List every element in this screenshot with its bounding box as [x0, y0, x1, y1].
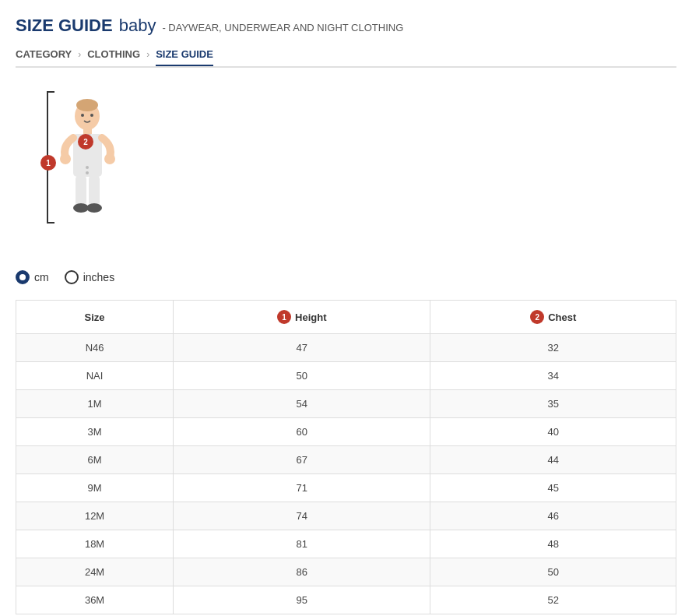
radio-inches[interactable] — [65, 270, 79, 284]
cell-chest: 44 — [430, 446, 676, 474]
cell-height: 86 — [174, 558, 430, 586]
table-row: N464732 — [16, 334, 676, 362]
col-chest-label: Chest — [548, 312, 576, 323]
col-height-label: Height — [295, 312, 326, 323]
col-header-chest: 2 Chest — [430, 301, 676, 334]
table-row: 12M7446 — [16, 502, 676, 530]
breadcrumb-clothing[interactable]: CLOTHING — [87, 48, 140, 60]
cell-height: 60 — [174, 418, 430, 446]
table-row: 18M8148 — [16, 530, 676, 558]
title-category: baby — [119, 16, 156, 36]
table-row: 9M7145 — [16, 474, 676, 502]
page-title-row: SIZE GUIDE baby - DAYWEAR, UNDERWEAR AND… — [16, 16, 676, 36]
cell-height: 81 — [174, 530, 430, 558]
cell-chest: 40 — [430, 418, 676, 446]
cell-chest: 46 — [430, 502, 676, 530]
svg-point-1 — [76, 99, 98, 111]
cell-size: 6M — [16, 446, 174, 474]
unit-cm-option[interactable]: cm — [16, 270, 49, 284]
col-badge-height: 1 — [277, 310, 291, 324]
svg-point-2 — [81, 114, 84, 117]
breadcrumb-sep-1: › — [78, 49, 81, 60]
cell-size: 1M — [16, 390, 174, 418]
cell-chest: 45 — [430, 474, 676, 502]
cell-height: 47 — [174, 334, 430, 362]
unit-inches-option[interactable]: inches — [65, 270, 114, 284]
radio-cm[interactable] — [16, 270, 30, 284]
cell-size: 36M — [16, 586, 174, 614]
figure-section: 1 2 — [16, 91, 676, 247]
cell-height: 50 — [174, 362, 430, 390]
svg-rect-11 — [89, 175, 100, 206]
cell-size: 3M — [16, 418, 174, 446]
cell-height: 71 — [174, 474, 430, 502]
baby-figure: 1 2 — [23, 91, 148, 247]
cell-height: 95 — [174, 586, 430, 614]
svg-point-3 — [90, 114, 93, 117]
cell-height: 67 — [174, 446, 430, 474]
svg-point-6 — [86, 166, 89, 169]
cell-height: 74 — [174, 502, 430, 530]
cell-height: 54 — [174, 390, 430, 418]
svg-point-8 — [60, 153, 71, 164]
cell-chest: 35 — [430, 390, 676, 418]
cell-size: 12M — [16, 502, 174, 530]
unit-inches-label: inches — [83, 271, 114, 283]
breadcrumb-category[interactable]: CATEGORY — [16, 48, 72, 60]
breadcrumb: CATEGORY › CLOTHING › SIZE GUIDE — [16, 48, 676, 68]
table-row: NAI5034 — [16, 362, 676, 390]
table-row: 1M5435 — [16, 390, 676, 418]
table-row: 36M9552 — [16, 586, 676, 614]
baby-illustration — [54, 99, 121, 224]
breadcrumb-size-guide[interactable]: SIZE GUIDE — [156, 48, 213, 66]
cell-chest: 50 — [430, 558, 676, 586]
svg-point-9 — [104, 153, 115, 164]
unit-cm-label: cm — [34, 271, 49, 283]
cell-size: 9M — [16, 474, 174, 502]
figure-badge-1: 1 — [40, 155, 56, 171]
svg-rect-10 — [76, 175, 86, 206]
svg-point-13 — [86, 203, 102, 213]
cell-size: N46 — [16, 334, 174, 362]
svg-point-7 — [86, 171, 89, 174]
table-row: 24M8650 — [16, 558, 676, 586]
size-table: Size 1 Height 2 Chest N464732NAI50341M54… — [16, 300, 676, 614]
breadcrumb-sep-2: › — [146, 49, 149, 60]
cell-chest: 48 — [430, 530, 676, 558]
table-row: 3M6040 — [16, 418, 676, 446]
table-row: 6M6744 — [16, 446, 676, 474]
unit-toggle: cm inches — [16, 270, 676, 284]
col-header-size: Size — [16, 301, 174, 334]
col-header-height: 1 Height — [174, 301, 430, 334]
cell-size: 18M — [16, 530, 174, 558]
cell-chest: 32 — [430, 334, 676, 362]
cell-chest: 52 — [430, 586, 676, 614]
page-container: SIZE GUIDE baby - DAYWEAR, UNDERWEAR AND… — [0, 0, 692, 616]
col-size-label: Size — [85, 312, 105, 323]
title-size-guide: SIZE GUIDE — [16, 16, 113, 36]
figure-badge-2: 2 — [78, 134, 93, 150]
cell-size: 24M — [16, 558, 174, 586]
col-badge-chest: 2 — [530, 310, 544, 324]
title-subtitle: - DAYWEAR, UNDERWEAR AND NIGHT CLOTHING — [162, 22, 403, 33]
cell-size: NAI — [16, 362, 174, 390]
cell-chest: 34 — [430, 362, 676, 390]
